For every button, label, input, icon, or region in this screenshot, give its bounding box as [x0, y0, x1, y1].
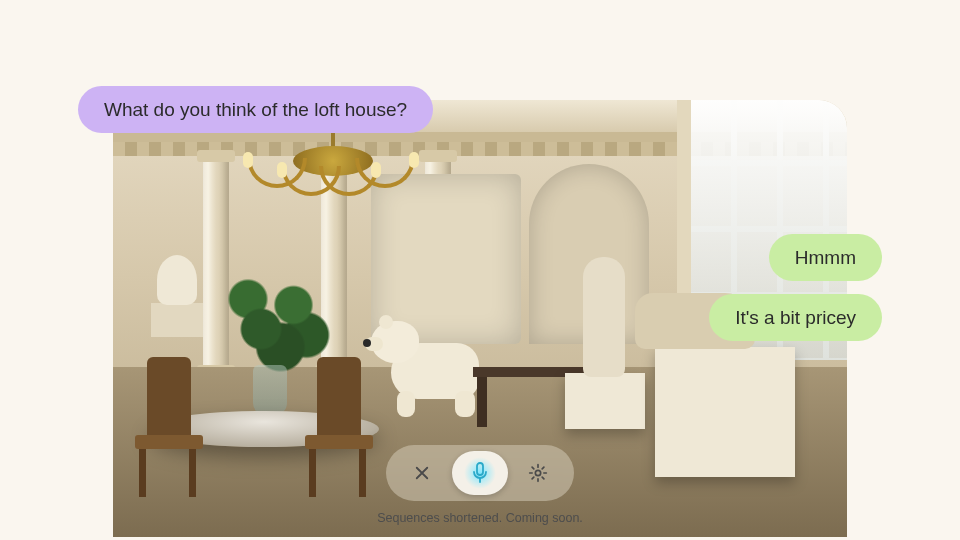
- gear-icon: [528, 463, 548, 483]
- standing-statue: [583, 257, 625, 377]
- plinth: [565, 373, 645, 429]
- bust-pedestal: [151, 303, 203, 337]
- agent-message: It's a bit pricey: [709, 294, 882, 341]
- chair: [129, 357, 209, 497]
- microphone-icon: [472, 462, 488, 484]
- bust-statue: [157, 255, 197, 305]
- caption-text: Sequences shortened. Coming soon.: [377, 511, 583, 525]
- agent-message: Hmmm: [769, 234, 882, 281]
- user-message: What do you think of the loft house?: [78, 86, 433, 133]
- chair: [299, 357, 379, 497]
- mic-glow: [464, 457, 496, 489]
- close-icon: [413, 464, 431, 482]
- plinth: [655, 347, 795, 477]
- settings-button[interactable]: [520, 455, 556, 491]
- close-button[interactable]: [404, 455, 440, 491]
- microphone-button[interactable]: [452, 451, 508, 495]
- svg-point-2: [535, 470, 540, 475]
- svg-rect-0: [477, 463, 483, 475]
- vase: [253, 365, 287, 415]
- voice-control-bar: [386, 445, 574, 501]
